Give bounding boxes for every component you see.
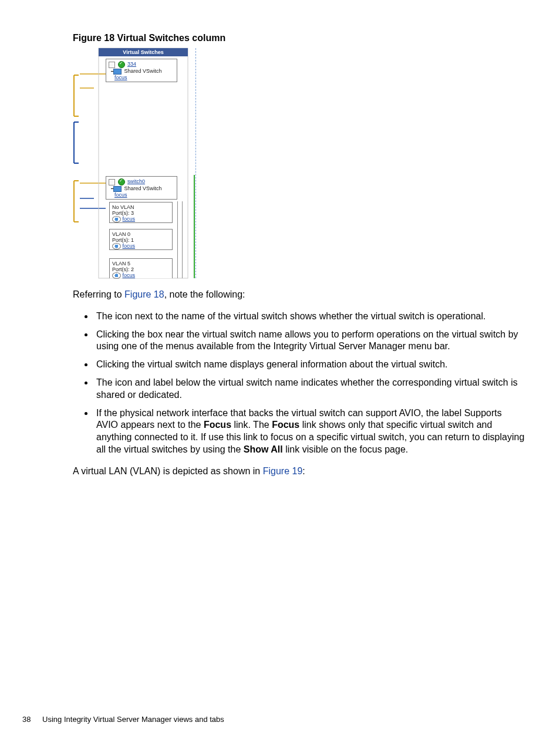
vlan-ports: Port(s): 2: [112, 266, 134, 272]
b5-bold1: Focus: [204, 420, 231, 430]
vlan-title: VLAN 5: [112, 261, 130, 266]
eye-icon: [112, 243, 121, 249]
vswitch-link-334[interactable]: 334: [127, 61, 136, 67]
figure-18-image: Virtual Switches 334 Shared VSwitch focu…: [73, 47, 196, 279]
chapter-title: Using Integrity Virtual Server Manager v…: [42, 715, 224, 724]
bullet-item: The icon next to the name of the virtual…: [94, 310, 525, 323]
bullet-item: Clicking the virtual switch name display…: [94, 359, 525, 371]
page-footer: 38 Using Integrity Virtual Server Manage…: [22, 715, 224, 724]
outro-prefix: A virtual LAN (VLAN) is depicted as show…: [73, 466, 263, 476]
figure-title: Figure 18 Virtual Switches column: [73, 33, 525, 43]
vlan0-box: VLAN 0 Port(s): 1 focus: [109, 229, 173, 250]
checkbox[interactable]: [109, 62, 115, 68]
bullet-item: The icon and label below the virtual swi…: [94, 377, 525, 401]
shared-label: Shared VSwitch: [124, 185, 162, 191]
b5-bold3: Show All: [244, 444, 283, 454]
checkbox[interactable]: [109, 179, 115, 185]
intro-prefix: Referring to: [73, 289, 124, 299]
no-vlan-box: No VLAN Port(s): 3 focus: [109, 202, 173, 223]
eye-icon: [112, 216, 121, 222]
vswitch-box-switch0: switch0 Shared VSwitch focus: [106, 176, 177, 200]
shared-vswitch-icon: [113, 69, 122, 75]
status-ok-icon: [118, 178, 125, 185]
intro-paragraph: Referring to Figure 18, note the followi…: [73, 289, 525, 301]
shared-label: Shared VSwitch: [124, 68, 162, 74]
vswitch-box-334: 334 Shared VSwitch focus: [106, 59, 177, 82]
vswitch-link-switch0[interactable]: switch0: [127, 178, 145, 184]
outro-paragraph: A virtual LAN (VLAN) is depicted as show…: [73, 465, 525, 478]
b5-t4: link visible on the focus page.: [283, 444, 408, 454]
focus-link[interactable]: focus: [114, 192, 127, 198]
focus-link[interactable]: focus: [123, 243, 136, 249]
intro-suffix: , note the following:: [164, 289, 245, 299]
status-ok-icon: [118, 61, 125, 68]
focus-link[interactable]: focus: [123, 216, 136, 222]
bullet-item: If the physical network interface that b…: [94, 407, 525, 456]
figure-19-link[interactable]: Figure 19: [263, 466, 303, 476]
b5-bold2: Focus: [272, 420, 299, 430]
bullet-item: Clicking the box near the virtual switch…: [94, 329, 525, 353]
b5-t2: link. The: [231, 420, 272, 430]
bullet-list: The icon next to the name of the virtual…: [73, 310, 525, 456]
vlan-ports: Port(s): 1: [112, 237, 134, 243]
virtual-switches-header: Virtual Switches: [99, 48, 188, 56]
vlan5-box: VLAN 5 Port(s): 2 focus: [109, 258, 173, 278]
outro-suffix: :: [302, 466, 305, 476]
vlan-title: VLAN 0: [112, 231, 130, 237]
focus-link[interactable]: focus: [114, 75, 127, 80]
figure-18-link[interactable]: Figure 18: [124, 289, 164, 299]
vlan-title: No VLAN: [112, 204, 134, 210]
eye-icon: [112, 272, 121, 279]
shared-vswitch-icon: [113, 186, 122, 192]
page-number: 38: [22, 715, 31, 724]
vlan-ports: Port(s): 3: [112, 210, 134, 216]
focus-link[interactable]: focus: [123, 272, 136, 278]
